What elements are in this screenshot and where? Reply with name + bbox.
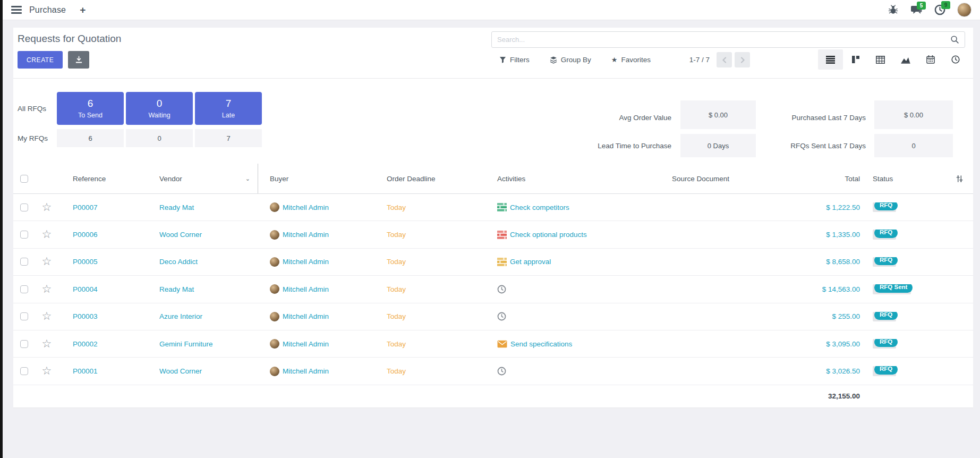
vendor-link[interactable]: Ready Mat xyxy=(159,203,194,211)
table-row[interactable]: ☆ P00007 Ready Mat Mitchell Admin Today … xyxy=(13,194,973,221)
search-icon[interactable] xyxy=(950,35,959,44)
table-row[interactable]: ☆ P00002 Gemini Furniture Mitchell Admin… xyxy=(13,330,973,358)
activity-cell[interactable] xyxy=(489,367,667,376)
avg-order-value-box: $ 0.00 xyxy=(680,100,756,129)
pager-previous-button[interactable] xyxy=(717,52,732,67)
vendor-link[interactable]: Wood Corner xyxy=(159,231,202,239)
column-header-status[interactable]: Status xyxy=(866,175,946,183)
kpi-late-label: Late xyxy=(222,112,235,119)
buyer-link[interactable]: Mitchell Admin xyxy=(283,231,329,239)
pivot-view-button[interactable] xyxy=(868,49,893,70)
table-row[interactable]: ☆ P00004 Ready Mat Mitchell Admin Today … xyxy=(13,276,973,303)
row-checkbox[interactable] xyxy=(20,285,28,293)
favorite-star-icon[interactable]: ☆ xyxy=(42,229,52,240)
pager-next-button[interactable] xyxy=(735,52,750,67)
column-header-buyer[interactable]: Buyer xyxy=(258,175,378,183)
debug-bug-icon[interactable] xyxy=(888,5,898,15)
reference-link[interactable]: P00005 xyxy=(73,258,98,266)
reference-link[interactable]: P00003 xyxy=(73,312,98,320)
table-row[interactable]: ☆ P00001 Wood Corner Mitchell Admin Toda… xyxy=(13,358,973,385)
favorite-star-icon[interactable]: ☆ xyxy=(42,338,52,350)
total-amount: $ 1,222.50 xyxy=(826,203,860,211)
kpi-late[interactable]: 7 Late xyxy=(195,92,262,125)
reference-link[interactable]: P00007 xyxy=(73,203,98,211)
favorites-menu[interactable]: ★ Favorites xyxy=(611,56,651,64)
column-header-order-deadline[interactable]: Order Deadline xyxy=(378,175,489,183)
activity-cell[interactable] xyxy=(489,312,667,321)
search-input[interactable] xyxy=(497,36,950,44)
vendor-link[interactable]: Azure Interior xyxy=(159,312,202,320)
reference-link[interactable]: P00001 xyxy=(73,367,98,375)
activity-cell[interactable]: Check competitors xyxy=(489,203,667,211)
row-checkbox[interactable] xyxy=(20,203,28,211)
column-header-reference[interactable]: Reference xyxy=(59,175,149,183)
favorite-star-icon[interactable]: ☆ xyxy=(42,202,52,213)
calendar-view-button[interactable] xyxy=(918,49,943,70)
column-header-total[interactable]: Total xyxy=(797,175,866,183)
export-download-button[interactable] xyxy=(68,51,89,69)
table-row[interactable]: ☆ P00005 Deco Addict Mitchell Admin Toda… xyxy=(13,249,973,276)
reference-link[interactable]: P00004 xyxy=(73,285,98,293)
buyer-link[interactable]: Mitchell Admin xyxy=(283,312,329,320)
favorite-star-icon[interactable]: ☆ xyxy=(42,366,52,377)
row-checkbox[interactable] xyxy=(20,231,28,239)
buyer-link[interactable]: Mitchell Admin xyxy=(283,258,329,266)
my-rfqs-waiting[interactable]: 0 xyxy=(126,129,193,147)
activity-label[interactable]: Check optional products xyxy=(510,231,587,239)
favorite-star-icon[interactable]: ☆ xyxy=(42,284,52,295)
row-checkbox[interactable] xyxy=(20,340,28,348)
select-all-checkbox[interactable] xyxy=(20,175,28,183)
kpi-to-send-label: To Send xyxy=(78,112,103,119)
list-view-button[interactable] xyxy=(818,49,843,70)
group-by-label: Group By xyxy=(561,56,591,64)
vendor-link[interactable]: Deco Addict xyxy=(159,258,198,266)
apps-menu-icon[interactable] xyxy=(11,6,22,14)
vendor-link[interactable]: Gemini Furniture xyxy=(159,340,213,348)
kanban-view-button[interactable] xyxy=(843,49,868,70)
activity-cell[interactable]: Send specifications xyxy=(489,340,667,348)
buyer-link[interactable]: Mitchell Admin xyxy=(283,367,329,375)
vendor-link[interactable]: Wood Corner xyxy=(159,367,202,375)
favorite-star-icon[interactable]: ☆ xyxy=(42,256,52,267)
activity-cell[interactable] xyxy=(489,285,667,294)
activity-cell[interactable]: Check optional products xyxy=(489,231,667,239)
new-tab-button[interactable]: + xyxy=(80,5,86,15)
column-header-vendor[interactable]: Vendor ⌄ xyxy=(149,164,258,193)
table-row[interactable]: ☆ P00006 Wood Corner Mitchell Admin Toda… xyxy=(13,221,973,248)
optional-columns-button[interactable] xyxy=(946,175,973,183)
activity-view-button[interactable] xyxy=(943,49,968,70)
tasks-yellow-icon xyxy=(497,258,507,266)
kpi-to-send[interactable]: 6 To Send xyxy=(57,92,124,125)
activity-cell[interactable]: Get approval xyxy=(489,258,667,266)
messages-icon[interactable]: 5 xyxy=(910,5,923,15)
reference-link[interactable]: P00006 xyxy=(73,231,98,239)
buyer-link[interactable]: Mitchell Admin xyxy=(283,285,329,293)
page-title: Requests for Quotation xyxy=(18,33,121,45)
app-name[interactable]: Purchase xyxy=(29,5,66,15)
vendor-link[interactable]: Ready Mat xyxy=(159,285,194,293)
kpi-waiting[interactable]: 0 Waiting xyxy=(126,92,193,125)
table-row[interactable]: ☆ P00003 Azure Interior Mitchell Admin T… xyxy=(13,303,973,330)
row-checkbox[interactable] xyxy=(20,312,28,320)
create-button[interactable]: CREATE xyxy=(18,51,63,69)
reference-link[interactable]: P00002 xyxy=(73,340,98,348)
row-checkbox[interactable] xyxy=(20,258,28,266)
buyer-link[interactable]: Mitchell Admin xyxy=(283,340,329,348)
activity-label[interactable]: Check competitors xyxy=(510,203,569,211)
activity-label[interactable]: Get approval xyxy=(510,258,551,266)
filters-menu[interactable]: Filters xyxy=(499,56,530,64)
activities-clock-icon[interactable]: 9 xyxy=(934,4,945,15)
buyer-avatar xyxy=(270,202,279,212)
column-header-source-document[interactable]: Source Document xyxy=(667,175,797,183)
column-header-activities[interactable]: Activities xyxy=(489,175,667,183)
graph-view-button[interactable] xyxy=(893,49,918,70)
activity-label[interactable]: Send specifications xyxy=(510,340,572,348)
group-by-menu[interactable]: Group By xyxy=(550,56,591,64)
kpi-late-value: 7 xyxy=(226,98,232,109)
favorite-star-icon[interactable]: ☆ xyxy=(42,311,52,322)
buyer-link[interactable]: Mitchell Admin xyxy=(283,203,329,211)
row-checkbox[interactable] xyxy=(20,367,28,375)
user-avatar[interactable] xyxy=(957,3,972,17)
my-rfqs-late[interactable]: 7 xyxy=(195,129,262,147)
my-rfqs-to-send[interactable]: 6 xyxy=(57,129,124,147)
